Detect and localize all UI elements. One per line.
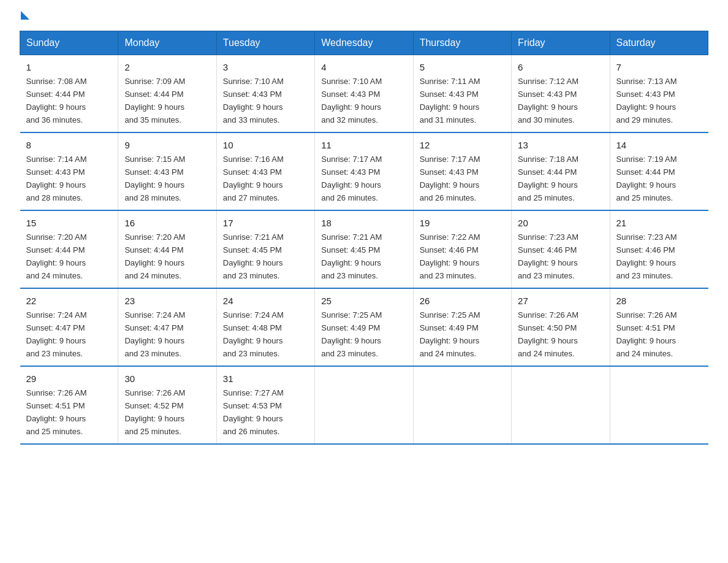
day-info: Sunrise: 7:11 AMSunset: 4:43 PMDaylight:… [420,77,480,124]
day-number: 31 [223,372,308,386]
day-info: Sunrise: 7:17 AMSunset: 4:43 PMDaylight:… [321,155,382,202]
calendar-cell [610,366,708,444]
day-info: Sunrise: 7:10 AMSunset: 4:43 PMDaylight:… [321,77,382,124]
day-info: Sunrise: 7:24 AMSunset: 4:47 PMDaylight:… [124,310,185,358]
day-info: Sunrise: 7:13 AMSunset: 4:43 PMDaylight:… [616,77,677,124]
day-number: 18 [321,216,406,230]
calendar-cell: 20Sunrise: 7:23 AMSunset: 4:46 PMDayligh… [512,210,610,288]
day-info: Sunrise: 7:26 AMSunset: 4:51 PMDaylight:… [26,388,87,436]
calendar-cell: 14Sunrise: 7:19 AMSunset: 4:44 PMDayligh… [610,132,708,210]
day-info: Sunrise: 7:18 AMSunset: 4:44 PMDaylight:… [518,155,578,202]
calendar-week-row: 8Sunrise: 7:14 AMSunset: 4:43 PMDaylight… [20,132,708,210]
day-info: Sunrise: 7:21 AMSunset: 4:45 PMDaylight:… [223,232,284,280]
calendar-cell: 5Sunrise: 7:11 AMSunset: 4:43 PMDaylight… [413,55,511,132]
day-number: 1 [26,60,112,74]
day-number: 27 [518,294,603,308]
calendar-cell: 10Sunrise: 7:16 AMSunset: 4:43 PMDayligh… [216,132,314,210]
day-number: 26 [420,294,505,308]
calendar-cell: 8Sunrise: 7:14 AMSunset: 4:43 PMDaylight… [20,132,118,210]
calendar-cell: 3Sunrise: 7:10 AMSunset: 4:43 PMDaylight… [216,55,314,132]
calendar-cell: 15Sunrise: 7:20 AMSunset: 4:44 PMDayligh… [20,210,118,288]
calendar-cell: 31Sunrise: 7:27 AMSunset: 4:53 PMDayligh… [216,366,314,444]
header-sunday: Sunday [20,31,118,55]
day-number: 2 [124,60,210,74]
calendar-cell: 30Sunrise: 7:26 AMSunset: 4:52 PMDayligh… [118,366,216,444]
header-monday: Monday [118,31,216,55]
day-number: 10 [223,138,308,152]
calendar-cell: 24Sunrise: 7:24 AMSunset: 4:48 PMDayligh… [216,288,314,366]
calendar-cell: 16Sunrise: 7:20 AMSunset: 4:44 PMDayligh… [118,210,216,288]
day-number: 14 [616,138,702,152]
day-info: Sunrise: 7:26 AMSunset: 4:51 PMDaylight:… [616,310,677,358]
calendar-cell: 23Sunrise: 7:24 AMSunset: 4:47 PMDayligh… [118,288,216,366]
day-number: 4 [321,60,406,74]
day-info: Sunrise: 7:15 AMSunset: 4:43 PMDaylight:… [124,155,185,202]
day-number: 12 [420,138,505,152]
day-info: Sunrise: 7:23 AMSunset: 4:46 PMDaylight:… [616,232,677,280]
day-info: Sunrise: 7:12 AMSunset: 4:43 PMDaylight:… [518,77,578,124]
day-number: 29 [26,372,112,386]
header-saturday: Saturday [610,31,708,55]
day-info: Sunrise: 7:23 AMSunset: 4:46 PMDaylight:… [518,232,578,280]
day-info: Sunrise: 7:14 AMSunset: 4:43 PMDaylight:… [26,155,87,202]
day-info: Sunrise: 7:25 AMSunset: 4:49 PMDaylight:… [321,310,382,358]
day-info: Sunrise: 7:20 AMSunset: 4:44 PMDaylight:… [124,232,185,280]
day-number: 20 [518,216,603,230]
day-number: 6 [518,60,603,74]
calendar-cell: 13Sunrise: 7:18 AMSunset: 4:44 PMDayligh… [512,132,610,210]
day-info: Sunrise: 7:26 AMSunset: 4:50 PMDaylight:… [518,310,578,358]
calendar-cell: 7Sunrise: 7:13 AMSunset: 4:43 PMDaylight… [610,55,708,132]
day-number: 30 [124,372,210,386]
day-number: 8 [26,138,112,152]
calendar-cell: 22Sunrise: 7:24 AMSunset: 4:47 PMDayligh… [20,288,118,366]
day-number: 17 [223,216,308,230]
header-wednesday: Wednesday [315,31,413,55]
day-number: 24 [223,294,308,308]
calendar-cell: 6Sunrise: 7:12 AMSunset: 4:43 PMDaylight… [512,55,610,132]
day-info: Sunrise: 7:22 AMSunset: 4:46 PMDaylight:… [420,232,480,280]
day-number: 16 [124,216,210,230]
day-number: 21 [616,216,702,230]
day-number: 7 [616,60,702,74]
header-tuesday: Tuesday [216,31,314,55]
calendar-cell: 11Sunrise: 7:17 AMSunset: 4:43 PMDayligh… [315,132,413,210]
day-info: Sunrise: 7:24 AMSunset: 4:47 PMDaylight:… [26,310,87,358]
day-info: Sunrise: 7:09 AMSunset: 4:44 PMDaylight:… [124,77,185,124]
day-info: Sunrise: 7:24 AMSunset: 4:48 PMDaylight:… [223,310,284,358]
calendar-cell: 4Sunrise: 7:10 AMSunset: 4:43 PMDaylight… [315,55,413,132]
day-number: 22 [26,294,112,308]
day-number: 3 [223,60,308,74]
calendar-cell: 2Sunrise: 7:09 AMSunset: 4:44 PMDaylight… [118,55,216,132]
day-number: 5 [420,60,505,74]
day-number: 15 [26,216,112,230]
calendar-cell [512,366,610,444]
calendar-table: SundayMondayTuesdayWednesdayThursdayFrid… [20,31,708,445]
logo [20,15,29,20]
calendar-cell: 29Sunrise: 7:26 AMSunset: 4:51 PMDayligh… [20,366,118,444]
calendar-header-row: SundayMondayTuesdayWednesdayThursdayFrid… [20,31,708,55]
day-info: Sunrise: 7:17 AMSunset: 4:43 PMDaylight:… [420,155,480,202]
day-info: Sunrise: 7:21 AMSunset: 4:45 PMDaylight:… [321,232,382,280]
calendar-cell: 26Sunrise: 7:25 AMSunset: 4:49 PMDayligh… [413,288,511,366]
calendar-cell: 1Sunrise: 7:08 AMSunset: 4:44 PMDaylight… [20,55,118,132]
calendar-cell: 17Sunrise: 7:21 AMSunset: 4:45 PMDayligh… [216,210,314,288]
day-number: 19 [420,216,505,230]
day-number: 23 [124,294,210,308]
day-info: Sunrise: 7:27 AMSunset: 4:53 PMDaylight:… [223,388,284,436]
day-info: Sunrise: 7:10 AMSunset: 4:43 PMDaylight:… [223,77,284,124]
calendar-week-row: 29Sunrise: 7:26 AMSunset: 4:51 PMDayligh… [20,366,708,444]
day-info: Sunrise: 7:19 AMSunset: 4:44 PMDaylight:… [616,155,677,202]
calendar-cell: 9Sunrise: 7:15 AMSunset: 4:43 PMDaylight… [118,132,216,210]
day-number: 9 [124,138,210,152]
calendar-week-row: 1Sunrise: 7:08 AMSunset: 4:44 PMDaylight… [20,55,708,132]
day-number: 28 [616,294,702,308]
calendar-cell: 12Sunrise: 7:17 AMSunset: 4:43 PMDayligh… [413,132,511,210]
calendar-cell [413,366,511,444]
day-number: 11 [321,138,406,152]
calendar-cell: 27Sunrise: 7:26 AMSunset: 4:50 PMDayligh… [512,288,610,366]
calendar-cell: 21Sunrise: 7:23 AMSunset: 4:46 PMDayligh… [610,210,708,288]
calendar-cell: 28Sunrise: 7:26 AMSunset: 4:51 PMDayligh… [610,288,708,366]
day-info: Sunrise: 7:26 AMSunset: 4:52 PMDaylight:… [124,388,185,436]
day-info: Sunrise: 7:08 AMSunset: 4:44 PMDaylight:… [26,77,87,124]
day-info: Sunrise: 7:20 AMSunset: 4:44 PMDaylight:… [26,232,87,280]
